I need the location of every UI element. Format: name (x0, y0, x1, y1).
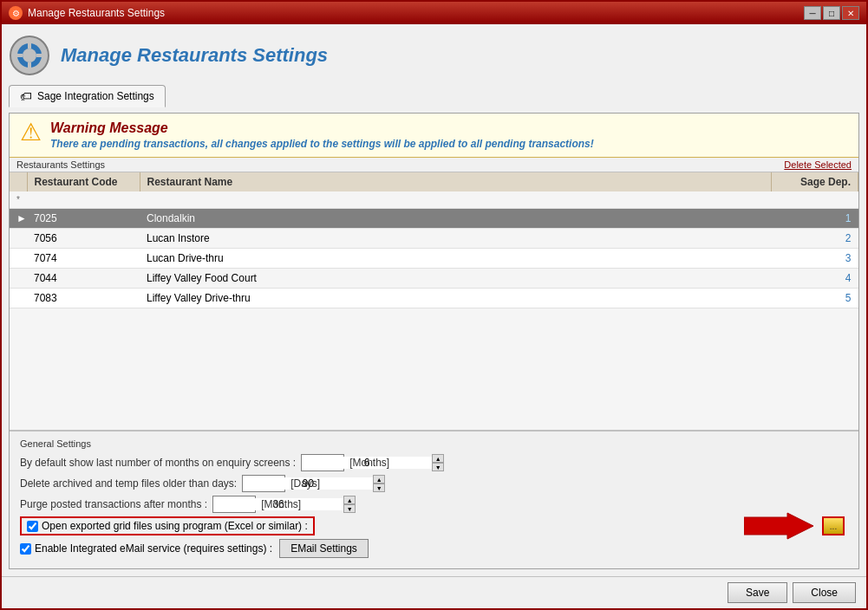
row-sage-dep: 1 (772, 209, 858, 229)
row-indicator (10, 249, 27, 269)
row-code: 7025 (27, 209, 140, 229)
email-settings-button[interactable]: EMail Settings (279, 539, 369, 558)
window-icon: ⚙ (9, 6, 23, 20)
months-up-btn[interactable]: ▲ (432, 454, 444, 463)
svg-point-2 (23, 49, 36, 62)
restaurants-section-label: Restaurants Settings (16, 159, 105, 170)
email-checkbox-label[interactable]: Enable Integrated eMail service (require… (20, 542, 272, 555)
days-up-btn[interactable]: ▲ (373, 475, 385, 483)
new-row: * (10, 191, 858, 209)
row-code: 7056 (27, 229, 140, 249)
tab-bar: 🏷 Sage Integration Settings (9, 85, 859, 107)
col-name-header: Restaurant Name (140, 172, 772, 191)
row-sage-dep: 2 (772, 229, 858, 249)
months-label: By default show last number of months on… (20, 457, 296, 469)
days-label: Delete archived and temp files older tha… (20, 477, 237, 490)
col-indicator-header (10, 172, 27, 191)
row-name: Liffey Valley Drive-thru (140, 289, 772, 308)
browse-arrow (744, 509, 813, 543)
delete-selected-link[interactable]: Delete Selected (784, 159, 852, 170)
table-row[interactable]: 7056Lucan Instore2 (10, 229, 858, 249)
svg-marker-7 (744, 513, 813, 539)
restaurants-label-bar: Restaurants Settings Delete Selected (10, 158, 858, 172)
table-row[interactable]: 7074Lucan Drive-thru3 (10, 249, 858, 269)
col-sage-header: Sage Dep. (772, 172, 858, 191)
days-row: Delete archived and temp files older tha… (20, 475, 848, 492)
row-sage-dep: 3 (772, 249, 858, 269)
new-row-code (27, 191, 140, 209)
svg-rect-5 (28, 43, 31, 49)
row-name: Lucan Drive-thru (140, 249, 772, 269)
purge-spinner-btns: ▲ ▼ (343, 496, 356, 513)
col-code-header: Restaurant Code (27, 172, 140, 191)
row-name: Clondalkin (140, 209, 772, 229)
months-spinner[interactable]: ▲ ▼ (301, 454, 344, 471)
warning-icon: ⚠ (20, 120, 42, 145)
open-grid-checkbox-label[interactable]: Open exported grid files using program (… (20, 516, 315, 535)
email-label-text: Enable Integrated eMail service (require… (35, 542, 272, 555)
svg-rect-3 (17, 54, 23, 57)
warning-message: There are pending transactions, all chan… (50, 138, 594, 150)
main-panel: ⚠ Warning Message There are pending tran… (9, 113, 859, 569)
email-row: Enable Integrated eMail service (require… (20, 539, 848, 558)
tab-label: Sage Integration Settings (37, 90, 154, 102)
row-indicator: ► (10, 209, 27, 229)
svg-rect-6 (28, 62, 31, 68)
minimize-button[interactable]: ─ (804, 6, 821, 20)
tab-sage-integration[interactable]: 🏷 Sage Integration Settings (9, 85, 166, 107)
row-indicator (10, 289, 27, 308)
window-title: Manage Restaurants Settings (28, 7, 165, 19)
open-grid-label-text: Open exported grid files using program (… (42, 520, 308, 532)
months-unit: [Months] (349, 457, 389, 469)
table-row[interactable]: ►7025Clondalkin1 (10, 209, 858, 229)
days-spinner[interactable]: ▲ ▼ (242, 475, 285, 492)
table-header: Restaurant Code Restaurant Name Sage Dep… (10, 172, 858, 191)
purge-row: Purge posted transactions after months :… (20, 496, 848, 513)
open-grid-checkbox[interactable] (27, 521, 38, 532)
days-down-btn[interactable]: ▼ (373, 483, 385, 492)
browse-button[interactable]: ... (822, 516, 845, 535)
warning-text-block: Warning Message There are pending transa… (50, 120, 594, 150)
new-row-indicator: * (10, 191, 27, 209)
months-down-btn[interactable]: ▼ (432, 463, 444, 471)
days-spinner-btns: ▲ ▼ (373, 475, 385, 492)
row-sage-dep: 4 (772, 269, 858, 289)
restaurants-table-container: Restaurant Code Restaurant Name Sage Dep… (10, 172, 858, 430)
purge-down-btn[interactable]: ▼ (343, 504, 356, 513)
months-spinner-btns: ▲ ▼ (432, 454, 444, 471)
bottom-bar: Save Close (2, 576, 866, 608)
close-button[interactable]: Close (793, 582, 856, 603)
window-close-button[interactable]: ✕ (842, 6, 859, 20)
restaurants-table-body: * ►7025Clondalkin17056Lucan Instore27074… (10, 191, 858, 308)
table-row[interactable]: 7044Liffey Valley Food Court4 (10, 269, 858, 289)
restaurants-table: Restaurant Code Restaurant Name Sage Dep… (10, 172, 858, 308)
restore-button[interactable]: □ (823, 6, 840, 20)
row-indicator (10, 229, 27, 249)
table-row[interactable]: 7083Liffey Valley Drive-thru5 (10, 289, 858, 308)
row-code: 7074 (27, 249, 140, 269)
open-grid-row: Open exported grid files using program (… (20, 516, 848, 535)
row-code: 7083 (27, 289, 140, 308)
days-unit: [Days] (290, 477, 320, 490)
purge-label: Purge posted transactions after months : (20, 498, 207, 510)
save-button[interactable]: Save (728, 582, 787, 603)
arrow-svg (744, 509, 813, 543)
title-bar: ⚙ Manage Restaurants Settings ─ □ ✕ (2, 2, 866, 24)
warning-section: ⚠ Warning Message There are pending tran… (10, 114, 858, 158)
general-settings: General Settings By default show last nu… (10, 431, 858, 568)
window-content: Manage Restaurants Settings 🏷 Sage Integ… (2, 24, 866, 576)
main-window: ⚙ Manage Restaurants Settings ─ □ ✕ (0, 0, 868, 610)
header-icon (9, 35, 50, 76)
email-checkbox[interactable] (20, 543, 31, 555)
months-row: By default show last number of months on… (20, 454, 848, 471)
row-sage-dep: 5 (772, 289, 858, 308)
purge-up-btn[interactable]: ▲ (343, 496, 356, 504)
purge-unit: [Months] (261, 498, 301, 510)
restaurants-section: Restaurants Settings Delete Selected Res… (10, 158, 858, 431)
general-settings-label: General Settings (20, 438, 848, 449)
purge-spinner[interactable]: ▲ ▼ (212, 496, 256, 513)
window-controls: ─ □ ✕ (804, 6, 859, 20)
new-row-name (140, 191, 772, 209)
page-title: Manage Restaurants Settings (61, 44, 328, 67)
svg-rect-4 (36, 54, 42, 57)
